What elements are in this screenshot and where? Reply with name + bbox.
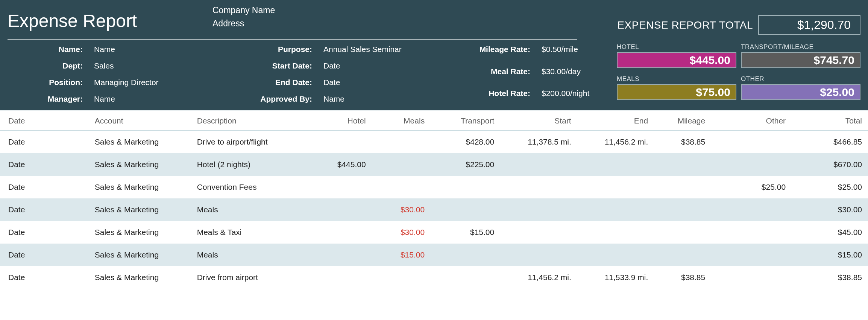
cell-mileage	[654, 198, 711, 221]
cell-total: $466.85	[792, 130, 868, 153]
dept-value: Sales	[94, 61, 214, 70]
header-top-row: Expense Report Company Name Address EXPE…	[8, 4, 860, 35]
mileage-rate-value: $0.50/mile	[542, 45, 602, 59]
table-row: DateSales & MarketingHotel (2 nights)$44…	[0, 153, 868, 176]
table-row: DateSales & MarketingDrive from airport1…	[0, 266, 868, 289]
cell-total: $38.85	[792, 266, 868, 289]
cell-start	[500, 221, 577, 244]
cell-start	[500, 153, 577, 176]
cell-hotel	[306, 130, 372, 153]
cell-end	[577, 198, 654, 221]
cell-transport	[431, 198, 500, 221]
cell-account: Sales & Marketing	[86, 198, 189, 221]
cell-account: Sales & Marketing	[86, 244, 189, 266]
cell-total: $15.00	[792, 244, 868, 266]
cell-start	[500, 244, 577, 266]
tile-other: OTHER $25.00	[741, 75, 860, 104]
cell-hotel	[306, 198, 372, 221]
cell-mileage	[654, 221, 711, 244]
name-value: Name	[94, 45, 214, 54]
cell-start	[500, 176, 577, 198]
cell-mileage: $38.85	[654, 130, 711, 153]
table-row: DateSales & MarketingMeals & Taxi$30.00$…	[0, 221, 868, 244]
tile-transport-value: $745.70	[741, 52, 860, 68]
cell-end	[577, 244, 654, 266]
summary-tiles: HOTEL $445.00 TRANSPORT/MILEAGE $745.70 …	[602, 43, 860, 104]
cell-end: 11,533.9 mi.	[577, 266, 654, 289]
cell-date: Date	[0, 198, 86, 221]
col-total: Total	[792, 111, 868, 130]
cell-mileage	[654, 244, 711, 266]
position-label: Position:	[8, 78, 94, 87]
tile-other-value: $25.00	[741, 84, 860, 100]
col-mileage: Mileage	[654, 111, 711, 130]
company-block: Company Name Address	[212, 4, 453, 32]
mileage-rate-label: Mileage Rate:	[451, 45, 542, 59]
cell-meals	[372, 176, 431, 198]
cell-date: Date	[0, 153, 86, 176]
cell-date: Date	[0, 266, 86, 289]
cell-account: Sales & Marketing	[86, 266, 189, 289]
cell-other	[711, 266, 792, 289]
cell-description: Drive from airport	[189, 266, 307, 289]
cell-meals	[372, 266, 431, 289]
tile-transport-label: TRANSPORT/MILEAGE	[741, 43, 860, 51]
cell-description: Hotel (2 nights)	[189, 153, 307, 176]
rates-block: Mileage Rate: $0.50/mile Meal Rate: $30.…	[451, 43, 602, 104]
table-row: DateSales & MarketingMeals$15.00$15.00	[0, 244, 868, 266]
tile-transport: TRANSPORT/MILEAGE $745.70	[741, 43, 860, 72]
grand-total-label: EXPENSE REPORT TOTAL	[617, 19, 753, 31]
cell-meals: $30.00	[372, 198, 431, 221]
col-end: End	[577, 111, 654, 130]
cell-transport: $15.00	[431, 221, 500, 244]
cell-transport: $428.00	[431, 130, 500, 153]
expense-report-page: Expense Report Company Name Address EXPE…	[0, 0, 868, 289]
approved-value: Name	[323, 94, 440, 104]
cell-account: Sales & Marketing	[86, 130, 189, 153]
tile-other-label: OTHER	[741, 75, 860, 83]
cell-other: $25.00	[711, 176, 792, 198]
cell-mileage: $38.85	[654, 266, 711, 289]
cell-meals: $30.00	[372, 221, 431, 244]
cell-meals	[372, 130, 431, 153]
start-date-label: Start Date:	[214, 61, 323, 70]
cell-date: Date	[0, 130, 86, 153]
meal-rate-label: Meal Rate:	[451, 67, 542, 82]
tile-meals-value: $75.00	[617, 84, 736, 100]
col-description: Description	[189, 111, 307, 130]
cell-start	[500, 198, 577, 221]
cell-hotel	[306, 221, 372, 244]
cell-end	[577, 221, 654, 244]
col-account: Account	[86, 111, 189, 130]
col-meals: Meals	[372, 111, 431, 130]
cell-hotel	[306, 176, 372, 198]
col-date: Date	[0, 111, 86, 130]
start-date-value: Date	[323, 61, 440, 70]
cell-description: Meals & Taxi	[189, 221, 307, 244]
cell-date: Date	[0, 221, 86, 244]
manager-value: Name	[94, 94, 214, 104]
table-body: DateSales & MarketingDrive to airport/fl…	[0, 130, 868, 289]
tile-hotel: HOTEL $445.00	[617, 43, 736, 72]
expense-table: Date Account Description Hotel Meals Tra…	[0, 110, 868, 289]
company-name: Company Name	[212, 5, 453, 15]
company-address: Address	[212, 18, 453, 29]
tile-hotel-value: $445.00	[617, 52, 736, 68]
cell-account: Sales & Marketing	[86, 221, 189, 244]
cell-start: 11,456.2 mi.	[500, 266, 577, 289]
cell-other	[711, 130, 792, 153]
cell-total: $25.00	[792, 176, 868, 198]
cell-hotel	[306, 266, 372, 289]
tile-meals-label: MEALS	[617, 75, 736, 83]
tile-meals: MEALS $75.00	[617, 75, 736, 104]
tile-hotel-label: HOTEL	[617, 43, 736, 51]
cell-description: Meals	[189, 244, 307, 266]
cell-hotel	[306, 244, 372, 266]
hotel-rate-value: $200.00/night	[542, 89, 602, 104]
cell-other	[711, 198, 792, 221]
col-transport: Transport	[431, 111, 500, 130]
purpose-value: Annual Sales Seminar	[323, 45, 440, 54]
cell-total: $45.00	[792, 221, 868, 244]
cell-transport: $225.00	[431, 153, 500, 176]
grand-total-block: EXPENSE REPORT TOTAL $1,290.70	[617, 4, 860, 35]
